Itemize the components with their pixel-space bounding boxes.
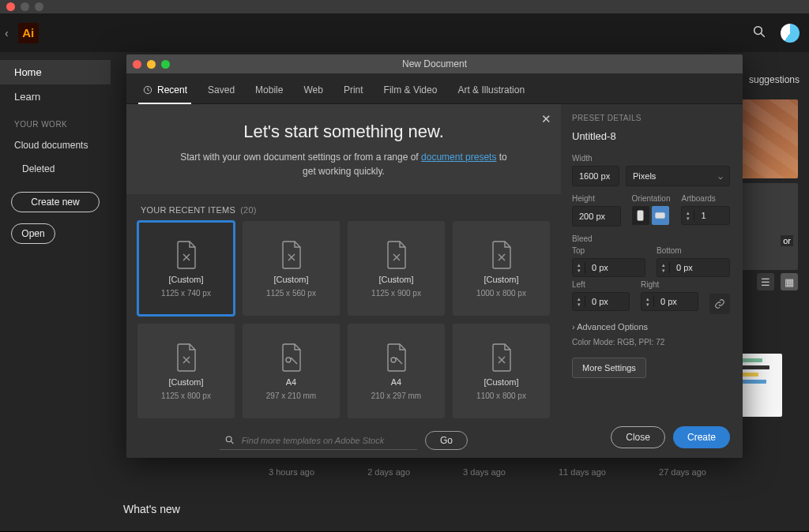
close-button[interactable]: Close (611, 426, 665, 448)
recent-items-heading: YOUR RECENT ITEMS (20) (126, 194, 561, 219)
sidebar-item-cloud[interactable]: Cloud documents (0, 133, 111, 157)
svg-line-6 (231, 441, 234, 444)
new-document-dialog: New Document Recent Saved Mobile Web Pri… (126, 54, 743, 458)
list-view-icon[interactable]: ☰ (757, 273, 774, 290)
color-mode-info: Color Mode: RGB, PPI: 72 (572, 338, 730, 347)
orientation-portrait-button[interactable] (632, 206, 649, 225)
preset-size: 1125 x 900 px (371, 289, 421, 298)
tab-web[interactable]: Web (302, 78, 324, 103)
height-input[interactable]: 200 px (572, 206, 621, 227)
sidebar-item-learn[interactable]: Learn (0, 84, 111, 109)
preset-name: [Custom] (168, 377, 203, 387)
svg-point-4 (391, 358, 396, 362)
svg-line-1 (761, 33, 765, 37)
sidebar-item-deleted[interactable]: Deleted (0, 157, 111, 181)
units-select[interactable]: Pixels⌵ (626, 166, 730, 186)
open-button[interactable]: Open (11, 223, 55, 244)
tab-recent[interactable]: Recent (141, 78, 189, 103)
preset-size: 1125 x 740 px (161, 289, 211, 298)
document-icon (490, 240, 514, 270)
tab-saved[interactable]: Saved (206, 78, 236, 103)
preset-size: 1000 x 800 px (476, 289, 526, 298)
sidebar-item-home[interactable]: Home (0, 60, 111, 84)
preset-name: [Custom] (168, 275, 203, 284)
preset-name: A4 (391, 377, 401, 387)
document-name-field[interactable]: Untitled-8 (572, 130, 730, 146)
svg-point-5 (226, 436, 231, 442)
go-button[interactable]: Go (425, 431, 468, 450)
document-icon (280, 343, 303, 373)
sidebar: Home Learn YOUR WORK Cloud documents Del… (0, 52, 111, 531)
bleed-left-label: Left (572, 280, 630, 289)
preset-name: [Custom] (273, 275, 308, 284)
app-logo: Ai (18, 23, 39, 43)
preset-size: 297 x 210 mm (266, 392, 316, 400)
dialog-title: New Document (126, 58, 743, 69)
preset-card[interactable]: [Custom]1125 x 800 px (137, 324, 235, 418)
orientation-label: Orientation (632, 194, 671, 203)
grid-view-icon[interactable]: ▦ (781, 273, 798, 290)
minimize-icon[interactable] (21, 2, 29, 11)
back-button[interactable]: ‹ (3, 27, 10, 39)
preset-card[interactable]: [Custom]1100 x 800 px (453, 324, 550, 418)
chevron-down-icon: ⌵ (718, 172, 723, 181)
tab-mobile[interactable]: Mobile (254, 78, 284, 103)
artboards-stepper[interactable]: ▴▾ 1 (681, 206, 730, 225)
tab-film-video[interactable]: Film & Video (382, 78, 439, 103)
document-icon (385, 240, 408, 270)
height-label: Height (572, 194, 621, 203)
preset-details-heading: PRESET DETAILS (572, 114, 730, 122)
create-button[interactable]: Create (673, 426, 730, 448)
bleed-right-label: Right (641, 280, 698, 289)
preset-size: 1125 x 560 px (266, 289, 316, 298)
preset-category-tabs: Recent Saved Mobile Web Print Film & Vid… (126, 73, 743, 104)
dismiss-banner-button[interactable]: ✕ (541, 112, 551, 126)
close-icon[interactable] (6, 2, 15, 11)
bleed-top-label: Top (572, 246, 645, 255)
mac-window-controls[interactable] (0, 0, 809, 13)
search-icon (224, 434, 235, 446)
document-presets-link[interactable]: document presets (421, 152, 496, 163)
recent-timestamps: 3 hours ago 2 days ago 3 days ago 11 day… (245, 467, 730, 477)
tab-art-illustration[interactable]: Art & Illustration (456, 78, 526, 103)
sidebar-section-label: YOUR WORK (0, 109, 111, 133)
preset-size: 1100 x 800 px (476, 392, 526, 400)
document-icon (175, 240, 198, 270)
svg-point-0 (754, 27, 762, 35)
preset-grid: [Custom]1125 x 740 px[Custom]1125 x 560 … (126, 219, 561, 425)
document-icon (490, 343, 514, 373)
orientation-landscape-button[interactable] (652, 206, 669, 225)
artboards-label: Artboards (681, 194, 730, 203)
bleed-right-input[interactable]: ▴▾0 px (641, 292, 698, 311)
tab-print[interactable]: Print (342, 78, 365, 103)
preset-card[interactable]: [Custom]1125 x 740 px (137, 221, 235, 316)
avatar[interactable] (781, 24, 800, 43)
svg-rect-7 (638, 211, 643, 220)
bleed-top-input[interactable]: ▴▾0 px (572, 258, 645, 277)
width-input[interactable]: 1600 px (572, 166, 619, 186)
document-icon (280, 240, 303, 270)
preset-card[interactable]: A4210 x 297 mm (348, 324, 445, 418)
bleed-left-input[interactable]: ▴▾0 px (572, 292, 630, 311)
preset-size: 1125 x 800 px (161, 392, 211, 400)
create-new-button[interactable]: Create new (11, 192, 100, 212)
preset-card[interactable]: [Custom]1000 x 800 px (453, 221, 550, 316)
maximize-icon[interactable] (35, 2, 43, 11)
template-search-input[interactable] (242, 436, 412, 445)
bleed-bottom-input[interactable]: ▴▾0 px (657, 258, 730, 277)
whats-new-heading: What's new (123, 503, 180, 515)
more-settings-button[interactable]: More Settings (572, 358, 646, 378)
link-bleed-button[interactable] (709, 294, 730, 314)
preset-card[interactable]: [Custom]1125 x 560 px (243, 221, 340, 316)
preset-card[interactable]: [Custom]1125 x 900 px (348, 221, 445, 316)
template-search-field[interactable] (220, 431, 417, 450)
hero-banner: ✕ Let's start something new. Start with … (126, 104, 561, 194)
preset-name: [Custom] (484, 377, 518, 387)
preset-card[interactable]: A4297 x 210 mm (243, 324, 340, 418)
advanced-options-toggle[interactable]: Advanced Options (572, 322, 730, 332)
search-button[interactable] (752, 24, 766, 41)
hero-description: Start with your own document settings or… (174, 150, 514, 178)
preset-name: [Custom] (378, 275, 413, 284)
bleed-bottom-label: Bottom (657, 246, 730, 255)
preset-name: [Custom] (484, 275, 518, 284)
